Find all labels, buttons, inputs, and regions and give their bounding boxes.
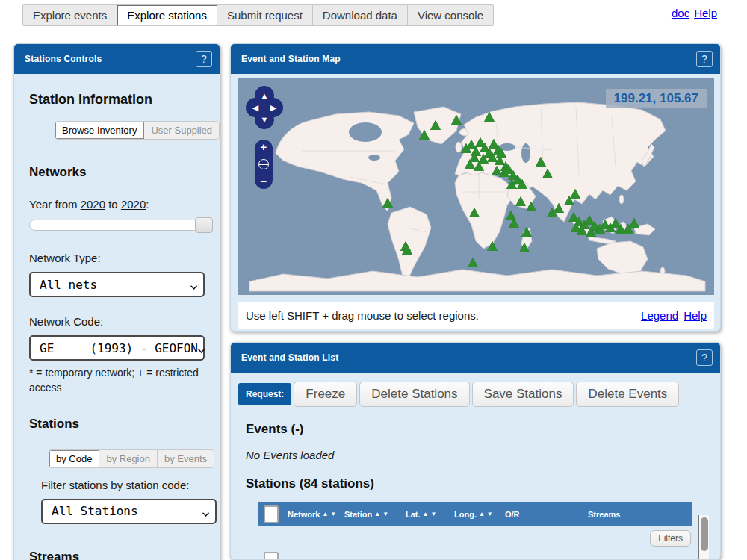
station-marker[interactable] xyxy=(496,148,506,158)
panel-help-button[interactable]: ? xyxy=(696,51,713,67)
station-marker[interactable] xyxy=(515,196,526,206)
station-marker[interactable] xyxy=(586,227,596,237)
network-code-label: Network Code: xyxy=(29,315,205,328)
help-link[interactable]: Help xyxy=(694,7,717,19)
tab-submit-request[interactable]: Submit request xyxy=(217,5,313,25)
station-marker[interactable] xyxy=(468,258,478,267)
station-marker[interactable] xyxy=(542,169,553,178)
select-all-checkbox[interactable] xyxy=(264,505,279,523)
delete-events-button[interactable]: Delete Events xyxy=(576,382,679,407)
year-range-label: Year from 2020 to 2020: xyxy=(29,198,205,211)
station-marker[interactable] xyxy=(430,120,441,130)
sort-asc-icon[interactable]: ▲ xyxy=(479,511,485,517)
column-long: Long. xyxy=(454,510,477,519)
station-code-select[interactable]: All Stations ⌄ xyxy=(41,499,217,524)
event-station-list-panel: Event and Station List ? Request: Freeze… xyxy=(230,342,721,560)
by-events-button[interactable]: by Events xyxy=(158,450,214,467)
network-type-select[interactable]: All nets ⌄ xyxy=(29,272,205,297)
panel-help-button[interactable]: ? xyxy=(196,51,212,67)
year-from-link[interactable]: 2020 xyxy=(81,198,105,211)
network-code-select[interactable]: GE (1993) - GEOFON ⌄ xyxy=(29,335,205,361)
station-marker[interactable] xyxy=(571,223,581,232)
browse-inventory-button[interactable]: Browse Inventory xyxy=(55,122,144,139)
map-footer: Use left SHIFT + drag mouse to select re… xyxy=(238,302,714,329)
streams-heading: Streams xyxy=(29,550,205,560)
station-marker[interactable] xyxy=(517,179,527,189)
column-lat: Lat. xyxy=(406,510,421,519)
sort-desc-icon[interactable]: ▼ xyxy=(330,511,336,517)
panel-title: Event and Station Map xyxy=(241,54,341,64)
by-code-button[interactable]: by Code xyxy=(49,450,99,467)
station-marker[interactable] xyxy=(509,218,519,228)
tab-view-console[interactable]: View console xyxy=(408,5,493,25)
sort-asc-icon[interactable]: ▲ xyxy=(374,511,380,517)
tab-explore-stations[interactable]: Explore stations xyxy=(117,5,217,25)
world-map-canvas[interactable]: 199.21, 105.67 ▲ ◀ ▶ ▼ + − xyxy=(238,78,714,295)
stations-list-heading: Stations (84 stations) xyxy=(246,476,720,491)
panel-help-button[interactable]: ? xyxy=(696,349,713,366)
station-marker[interactable] xyxy=(419,130,430,140)
station-information-heading: Station Information xyxy=(29,92,205,108)
stations-controls-panel: Stations Controls ? Station Information … xyxy=(13,43,220,560)
station-marker[interactable] xyxy=(451,115,462,125)
sort-asc-icon[interactable]: ▲ xyxy=(322,511,328,517)
stations-controls-header: Stations Controls ? xyxy=(14,44,220,74)
station-filter-mode-toggle: by Code by Region by Events xyxy=(49,449,214,468)
doc-link[interactable]: doc xyxy=(672,7,689,19)
column-streams: Streams xyxy=(588,510,620,519)
scrollbar-thumb[interactable] xyxy=(701,517,708,551)
station-marker[interactable] xyxy=(487,241,498,251)
sort-desc-icon[interactable]: ▼ xyxy=(382,511,388,517)
tab-explore-events[interactable]: Explore events xyxy=(23,5,117,25)
column-network: Network xyxy=(288,510,320,519)
zoom-in-icon[interactable]: + xyxy=(261,142,267,152)
table-scrollbar[interactable] xyxy=(698,515,709,560)
stations-heading: Stations xyxy=(29,417,205,432)
map-hint-text: Use left SHIFT + drag mouse to select re… xyxy=(246,309,479,322)
panel-title: Stations Controls xyxy=(25,54,102,64)
station-marker[interactable] xyxy=(564,196,574,205)
year-to-link[interactable]: 2020 xyxy=(121,198,146,211)
legend-link[interactable]: Legend xyxy=(641,309,678,322)
station-marker[interactable] xyxy=(474,161,484,171)
list-panel-header: Event and Station List ? xyxy=(231,343,720,373)
events-empty-text: No Events loaded xyxy=(246,449,720,461)
list-toolbar: Request: Freeze Delete Stations Save Sta… xyxy=(231,373,720,407)
sort-asc-icon[interactable]: ▲ xyxy=(423,511,429,517)
zoom-out-icon[interactable]: − xyxy=(261,176,267,187)
tab-download-data[interactable]: Download data xyxy=(313,5,408,25)
chevron-down-icon: ⌄ xyxy=(201,505,211,518)
zoom-world-icon[interactable] xyxy=(258,159,269,169)
by-region-button[interactable]: by Region xyxy=(99,450,158,467)
networks-heading: Networks xyxy=(29,165,205,180)
sort-desc-icon[interactable]: ▼ xyxy=(430,511,436,517)
user-supplied-button[interactable]: User Supplied xyxy=(144,122,219,139)
station-marker[interactable] xyxy=(382,198,393,208)
station-marker[interactable] xyxy=(536,157,546,167)
row-checkbox[interactable] xyxy=(264,552,279,560)
station-marker[interactable] xyxy=(506,179,517,189)
freeze-button[interactable]: Freeze xyxy=(294,382,357,407)
station-marker[interactable] xyxy=(484,112,495,122)
sort-desc-icon[interactable]: ▼ xyxy=(487,511,493,517)
year-slider-handle[interactable] xyxy=(195,217,213,233)
station-marker[interactable] xyxy=(469,208,480,217)
map-panel: Event and Station Map ? xyxy=(230,43,721,332)
station-marker[interactable] xyxy=(521,227,532,237)
delete-stations-button[interactable]: Delete Stations xyxy=(359,382,469,407)
station-code-filter-label: Filter stations by station code: xyxy=(41,479,205,491)
year-range-slider[interactable] xyxy=(29,220,199,231)
station-marker[interactable] xyxy=(402,245,412,255)
station-marker[interactable] xyxy=(554,203,564,213)
station-marker[interactable] xyxy=(629,218,639,228)
cursor-coordinates: 199.21, 105.67 xyxy=(606,89,707,108)
filters-button[interactable]: Filters xyxy=(650,530,691,547)
map-help-link[interactable]: Help xyxy=(684,309,707,322)
chevron-down-icon: ⌄ xyxy=(189,278,199,291)
station-marker[interactable] xyxy=(519,243,530,252)
inventory-source-toggle: Browse Inventory User Supplied xyxy=(55,121,220,140)
pan-south-icon[interactable]: ▼ xyxy=(255,110,274,129)
save-stations-button[interactable]: Save Stations xyxy=(472,382,574,407)
station-marker[interactable] xyxy=(526,202,536,211)
request-button[interactable]: Request: xyxy=(238,383,291,405)
